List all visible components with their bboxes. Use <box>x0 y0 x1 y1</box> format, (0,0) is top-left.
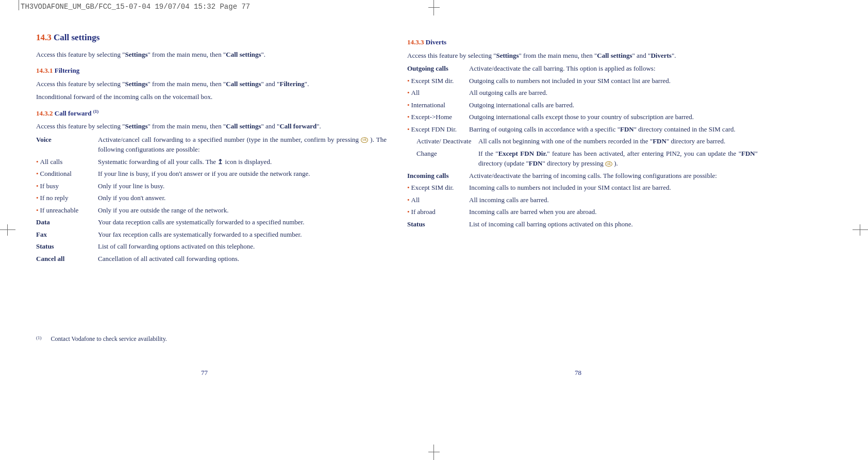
definition-row: •Except->Home Outgoing international cal… <box>407 112 758 122</box>
desc: Systematic forwarding of all your calls.… <box>98 157 387 167</box>
subsection-heading: 14.3.2 Call forward (1) <box>36 108 387 119</box>
footnote-ref: (1) <box>93 109 99 114</box>
desc: Cancellation of all activated call forwa… <box>98 254 387 264</box>
term-except-home: •Except->Home <box>407 112 469 122</box>
desc: If the "Except FDN Dir." feature has bee… <box>478 149 758 169</box>
desc: All incoming calls are barred. <box>469 195 758 205</box>
desc: Outgoing calls to numbers not included i… <box>469 76 758 86</box>
crop-mark-top-icon <box>426 0 442 15</box>
desc: Incoming calls to numbers not included i… <box>469 183 758 193</box>
definition-row: •All All incoming calls are barred. <box>407 195 758 205</box>
section-title: Call settings <box>54 32 99 42</box>
body-text: Inconditional forward of the incoming ca… <box>36 92 387 102</box>
definition-row: •If unreachable Only if you are outside … <box>36 205 387 216</box>
term-status: Status <box>36 241 98 252</box>
definition-row: Fax Your fax reception calls are systema… <box>36 229 387 240</box>
print-header: TH3VODAFONE_UM_GB/FCC_15-07-04 19/07/04 … <box>21 3 250 11</box>
term-all: •All <box>407 88 469 98</box>
desc: Activate/cancel call forwarding to a spe… <box>98 135 387 155</box>
desc: Barring of outgoing calls in accordance … <box>469 124 758 135</box>
term-outgoing: Outgoing calls <box>407 63 469 74</box>
definition-row: •All calls Systematic forwarding of all … <box>36 157 387 167</box>
term-conditional: •Conditional <box>36 169 98 179</box>
subsection-number: 14.3.2 <box>36 109 53 117</box>
term-voice: Voice <box>36 135 98 145</box>
term-in-except-sim: •Except SIM dir. <box>407 183 469 193</box>
crop-line <box>19 0 19 10</box>
term-except-sim: •Except SIM dir. <box>407 76 469 86</box>
desc: Only if you are outside the range of the… <box>98 205 387 216</box>
desc: Outgoing international calls are barred. <box>469 100 758 110</box>
definition-row: •International Outgoing international ca… <box>407 100 758 110</box>
desc: If your line is busy, if you don't answe… <box>98 169 387 179</box>
term-fax: Fax <box>36 229 98 240</box>
definition-row: Activate/ Deactivate All calls not begin… <box>407 136 758 146</box>
definition-row: •Conditional If your line is busy, if yo… <box>36 169 387 179</box>
footnote: (1)Contact Vodafone to check service ava… <box>36 335 167 343</box>
footnote-text: Contact Vodafone to check service availa… <box>51 335 167 342</box>
page-right: 14.3.3 Diverts Access this feature by se… <box>407 31 758 231</box>
subsection-number: 14.3.1 <box>36 67 53 74</box>
term-in-status: Status <box>407 219 469 229</box>
definition-row: Status List of call forwarding options a… <box>36 241 387 252</box>
term-data: Data <box>36 217 98 227</box>
term-if-no-reply: •If no reply <box>36 193 98 203</box>
desc: Your fax reception calls are systematica… <box>98 229 387 240</box>
term-in-all: •All <box>407 195 469 205</box>
crop-mark-left-icon <box>0 222 15 238</box>
section-heading: 14.3 Call settings <box>36 31 387 44</box>
crop-mark-right-icon <box>853 222 868 238</box>
term-if-unreachable: •If unreachable <box>36 205 98 216</box>
desc: Activate/deactivate the barring of incom… <box>469 171 758 181</box>
definition-row: Incoming calls Activate/deactivate the b… <box>407 171 758 181</box>
subsection-heading: 14.3.1 Filtering <box>36 65 387 76</box>
definition-row: •If busy Only if your line is busy. <box>36 181 387 191</box>
forward-icon: ↥ <box>218 158 223 166</box>
term-all-calls: •All calls <box>36 157 98 167</box>
body-text: Access this feature by selecting "Settin… <box>36 79 387 89</box>
definition-row: Status List of incoming call barring opt… <box>407 219 758 229</box>
body-text: Access this feature by selecting "Settin… <box>36 121 387 132</box>
definition-row: Change If the "Except FDN Dir." feature … <box>407 149 758 169</box>
footnote-mark: (1) <box>36 335 42 340</box>
term-cancel-all: Cancel all <box>36 254 98 264</box>
term-if-busy: •If busy <box>36 181 98 191</box>
subsection-title: Filtering <box>55 67 79 74</box>
desc: List of call forwarding options activate… <box>98 241 387 252</box>
definition-row: Cancel all Cancellation of all activated… <box>36 254 387 264</box>
crop-mark-bottom-icon <box>426 445 442 460</box>
desc: List of incoming call barring options ac… <box>469 219 758 229</box>
intro-text: Access this feature by selecting "Settin… <box>36 50 387 60</box>
page-left: 14.3 Call settings Access this feature b… <box>36 31 387 266</box>
section-number: 14.3 <box>36 32 52 42</box>
subsection-title: Call forward <box>55 109 93 117</box>
desc: Outgoing international calls except thos… <box>469 112 758 122</box>
definition-row: Data Your data reception calls are syste… <box>36 217 387 227</box>
subsection-title: Diverts <box>426 38 446 46</box>
desc: All calls not beginning with one of the … <box>478 136 758 146</box>
desc: Incoming calls are barred when you are a… <box>469 207 758 217</box>
desc: Your data reception calls are systematic… <box>98 217 387 227</box>
ok-icon: ok <box>605 161 612 167</box>
definition-row: •Except FDN Dir. Barring of outgoing cal… <box>407 124 758 135</box>
term-if-abroad: •If abroad <box>407 207 469 217</box>
page-number-left: 77 <box>201 369 208 377</box>
term-except-fdn: •Except FDN Dir. <box>407 124 469 135</box>
desc: Only if your line is busy. <box>98 181 387 191</box>
definition-row: •All All outgoing calls are barred. <box>407 88 758 98</box>
term-international: •International <box>407 100 469 110</box>
subsection-number: 14.3.3 <box>407 38 424 46</box>
definition-row: •If no reply Only if you don't answer. <box>36 193 387 203</box>
definition-row: •If abroad Incoming calls are barred whe… <box>407 207 758 217</box>
definition-row: Voice Activate/cancel call forwarding to… <box>36 135 387 155</box>
body-text: Access this feature by selecting "Settin… <box>407 51 758 61</box>
term-incoming: Incoming calls <box>407 171 469 181</box>
term-change: Change <box>407 149 478 159</box>
definition-row: Outgoing calls Activate/deactivate the c… <box>407 63 758 74</box>
definition-row: •Except SIM dir. Outgoing calls to numbe… <box>407 76 758 86</box>
term-activate: Activate/ Deactivate <box>407 136 478 146</box>
definition-row: •Except SIM dir. Incoming calls to numbe… <box>407 183 758 193</box>
desc: Activate/deactivate the call barring. Th… <box>469 63 758 74</box>
ok-icon: ok <box>361 137 368 143</box>
desc: Only if you don't answer. <box>98 193 387 203</box>
